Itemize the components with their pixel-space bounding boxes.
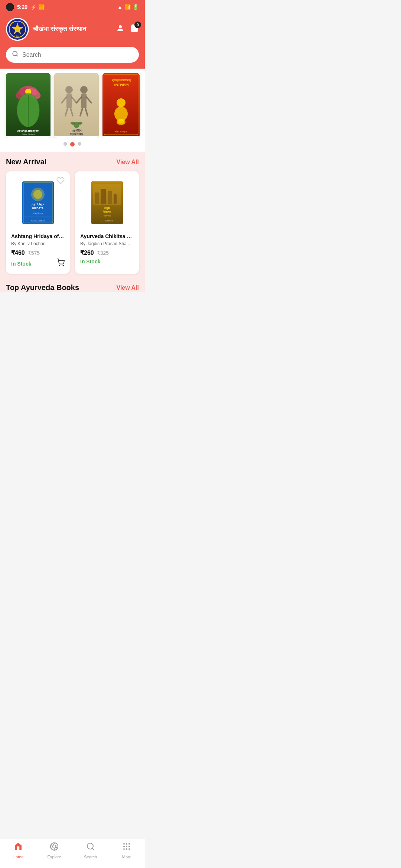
dot-2[interactable] xyxy=(70,142,75,147)
carousel-item-2[interactable]: आयुर्वेदीय क्रिया-शारीर xyxy=(54,73,99,138)
cart-count: 0 xyxy=(134,22,141,28)
product-name-1: Ashtang Hridaya of Vag... xyxy=(11,233,65,240)
header: संस्कृत चौखंभा संस्कृत संस्थान 0 xyxy=(0,14,145,47)
price-current-1: ₹460 xyxy=(11,249,25,256)
new-arrival-view-all[interactable]: View All xyxy=(117,159,139,165)
svg-point-40 xyxy=(117,98,125,107)
svg-rect-43 xyxy=(118,119,124,124)
svg-point-20 xyxy=(65,86,73,93)
product-card-1[interactable]: ASTĀṄGA HRIDAYA Vāgbhaṭa Kanjiv Lochan A… xyxy=(6,171,70,274)
new-arrival-header: New Arrival View All xyxy=(6,158,139,166)
product-card-2[interactable]: आयुर्वेद चिकित्सा सूत्रग्रह J.P. Sharma … xyxy=(75,171,139,274)
svg-text:Sūtra Sthāna: Sūtra Sthāna xyxy=(22,133,35,135)
camera-notch xyxy=(6,3,14,11)
price-original-2: ₹325 xyxy=(97,250,109,256)
carousel-item-3[interactable]: श्रीमद्वाग्भटविरचितम् अष्टाङ्गहृदयम् चौख… xyxy=(102,73,140,138)
svg-text:आयुर्वेदीय: आयुर्वेदीय xyxy=(72,129,82,133)
svg-text:ASTĀṄGA: ASTĀṄGA xyxy=(31,203,44,206)
svg-text:J.P. Sharma: J.P. Sharma xyxy=(101,220,113,222)
stock-row-1: In Stock xyxy=(11,259,65,269)
svg-text:Kanjiv Lochan: Kanjiv Lochan xyxy=(31,220,45,222)
svg-point-50 xyxy=(33,190,42,199)
search-input[interactable] xyxy=(22,52,133,58)
svg-rect-61 xyxy=(95,193,99,204)
new-arrival-section: New Arrival View All ASTĀṄGA HRIDAYA Vāg… xyxy=(0,152,145,278)
svg-point-56 xyxy=(59,266,60,266)
add-to-cart-button-1[interactable] xyxy=(56,259,65,269)
products-row: ASTĀṄGA HRIDAYA Vāgbhaṭa Kanjiv Lochan A… xyxy=(6,171,139,274)
top-ayurveda-section: Top Ayurveda Books View All xyxy=(0,278,145,292)
product-author-1: By Kanjiv Lochan xyxy=(11,241,65,246)
svg-rect-21 xyxy=(66,93,72,108)
price-current-2: ₹260 xyxy=(80,249,94,256)
status-icons: ⚡ 📶 xyxy=(30,4,45,10)
svg-text:HRIDAYA: HRIDAYA xyxy=(32,207,43,210)
product-author-2: By Jagdish Prasad Sha... xyxy=(80,241,134,246)
stock-status-1: In Stock xyxy=(11,261,31,267)
header-actions: 0 xyxy=(116,24,139,35)
price-row-1: ₹460 ₹575 xyxy=(11,249,65,256)
svg-point-34 xyxy=(78,122,82,125)
svg-text:अष्टाङ्गहृदयम्: अष्टाङ्गहृदयम् xyxy=(114,83,129,86)
top-ayurveda-view-all[interactable]: View All xyxy=(117,285,139,291)
svg-point-4 xyxy=(119,25,122,28)
search-icon xyxy=(12,50,19,59)
top-ayurveda-title: Top Ayurveda Books xyxy=(6,283,79,292)
svg-text:श्रीमद्वाग्भटविरचितम्: श्रीमद्वाग्भटविरचितम् xyxy=(111,79,131,82)
status-bar: 5:29 ⚡ 📶 ▲ 📶 🔋 xyxy=(0,0,145,14)
svg-rect-62 xyxy=(101,189,106,204)
status-time: 5:29 xyxy=(17,4,27,10)
stock-row-2: In Stock xyxy=(80,259,134,264)
product-image-2: आयुर्वेद चिकित्सा सूत्रग्रह J.P. Sharma xyxy=(80,177,134,228)
carousel-dots xyxy=(0,138,145,152)
search-container xyxy=(0,47,145,69)
price-original-1: ₹575 xyxy=(28,250,40,256)
svg-text:चौखम्भा संस्कृत: चौखम्भा संस्कृत xyxy=(115,130,128,133)
svg-text:Vāgbhaṭa: Vāgbhaṭa xyxy=(33,212,43,215)
svg-text:चिकित्सा: चिकित्सा xyxy=(102,210,111,213)
price-row-2: ₹260 ₹325 xyxy=(80,249,134,256)
svg-rect-27 xyxy=(81,93,87,108)
search-bar[interactable] xyxy=(6,47,139,63)
svg-point-26 xyxy=(80,86,88,93)
carousel-track: Astāṅga Hṛdayam Sūtra Sthāna xyxy=(0,73,145,138)
dot-3[interactable] xyxy=(78,142,81,146)
signal-icons: ▲ 📶 🔋 xyxy=(117,4,139,10)
new-arrival-title: New Arrival xyxy=(6,158,46,166)
svg-point-6 xyxy=(13,51,17,56)
app-logo: संस्कृत xyxy=(6,18,29,41)
cart-button[interactable]: 0 xyxy=(130,24,139,35)
svg-text:आयुर्वेद: आयुर्वेद xyxy=(104,207,110,210)
svg-rect-63 xyxy=(108,191,112,204)
svg-point-33 xyxy=(71,122,75,125)
wishlist-button-1[interactable] xyxy=(56,177,65,187)
featured-carousel: Astāṅga Hṛdayam Sūtra Sthāna xyxy=(0,69,145,152)
product-name-2: Ayurveda Chikitsa Sutr... xyxy=(80,233,134,240)
stock-status-2: In Stock xyxy=(80,259,100,264)
svg-text:सूत्रग्रह: सूत्रग्रह xyxy=(103,215,110,217)
svg-rect-64 xyxy=(114,194,117,204)
user-profile-button[interactable] xyxy=(116,24,125,35)
svg-text:क्रिया-शारीर: क्रिया-शारीर xyxy=(70,132,84,136)
carousel-item-1[interactable]: Astāṅga Hṛdayam Sūtra Sthāna xyxy=(6,73,50,138)
dot-1[interactable] xyxy=(63,142,67,146)
app-title: चौखंभा संस्कृत संस्थान xyxy=(33,25,112,33)
svg-rect-54 xyxy=(24,217,52,217)
svg-text:Astāṅga Hṛdayam: Astāṅga Hṛdayam xyxy=(17,129,39,132)
svg-point-57 xyxy=(63,266,63,266)
